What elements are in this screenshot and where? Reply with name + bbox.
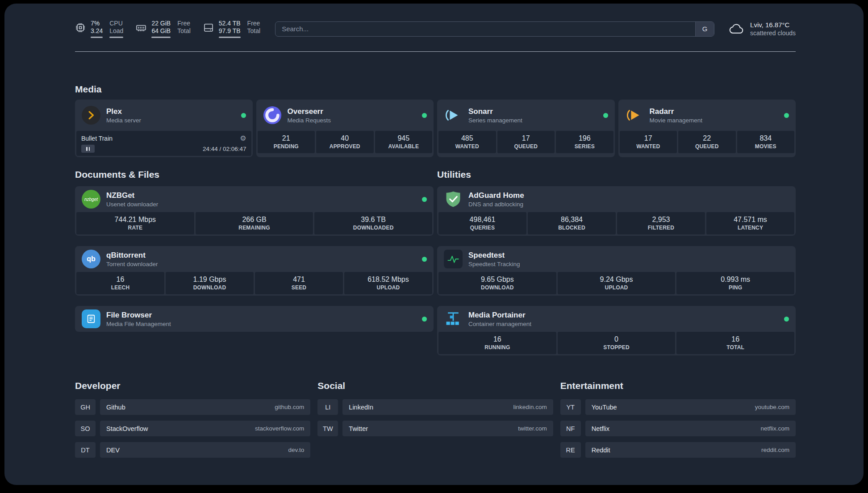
bookmark-github[interactable]: GH Github github.com [75,399,310,415]
stat-queued: 17 QUEUED [497,131,555,153]
disk-widget: 52.4 TB 97.9 TB Free Total [203,20,260,38]
gear-icon[interactable]: ⚙ [240,134,246,142]
section-title-media: Media [75,84,796,95]
status-dot [784,113,789,118]
bookmark-url: dev.to [288,447,305,453]
memory-free: 22 GiB [151,20,171,27]
service-subtitle: Speedtest Tracking [468,260,520,268]
stat-approved: 40 APPROVED [316,131,374,153]
service-subtitle: Movie management [650,117,703,124]
disk-values: 52.4 TB 97.9 TB [219,20,241,38]
bookmark-name: LinkedIn [349,404,373,411]
section-title-documents: Documents & Files [75,169,434,180]
disk-free: 52.4 TB [219,20,241,27]
stat-blocked: 86,384 BLOCKED [528,212,616,234]
bookmark-name: Twitter [349,425,368,432]
stat-ping: 0.993 ms PING [676,272,794,294]
cpu-labels: CPU Load [109,20,123,38]
service-subtitle: Torrent downloader [106,260,158,268]
service-card-nzbget[interactable]: nzbget NZBGet Usenet downloader 744.21 M… [75,186,434,236]
search-provider-button[interactable]: G [695,22,714,36]
qbittorrent-icon: qb [82,250,100,268]
service-card-filebrowser[interactable]: File Browser Media File Management [75,306,434,332]
bookmark-abbr[interactable]: LI [317,399,338,415]
bookmark-group-entertainment: Entertainment YT YouTube youtube.com NF … [560,380,796,458]
service-name: Speedtest [468,251,520,260]
memory-total: 64 GiB [151,27,171,35]
disk-usage-bar [219,37,241,38]
service-name: AdGuard Home [468,191,524,201]
status-dot [603,113,608,118]
memory-icon [136,22,146,33]
bookmark-stackoverflow[interactable]: SO StackOverflow stackoverflow.com [75,421,310,436]
bookmark-abbr[interactable]: YT [560,399,581,415]
plex-icon [82,106,100,125]
service-name: Radarr [650,107,703,117]
weather-condition: scattered clouds [750,29,796,38]
stat-pending: 21 PENDING [258,131,315,153]
service-card-overseerr[interactable]: Overseerr Media Requests 21 PENDING 40 A… [256,100,434,157]
bookmark-url: stackoverflow.com [255,425,304,432]
bookmark-linkedin[interactable]: LI LinkedIn linkedin.com [317,399,553,415]
bookmark-url: netflix.com [760,425,789,432]
bookmark-group-social: Social LI LinkedIn linkedin.com TW Twitt… [317,380,553,458]
stat-series: 196 SERIES [556,131,613,153]
stat-download: 1.19 Gbps DOWNLOAD [166,272,254,294]
service-name: Plex [106,107,141,117]
status-dot [422,113,427,118]
stat-total: 16 TOTAL [676,332,794,354]
stat-leech: 16 LEECH [76,272,164,294]
playback-time: 24:44 / 02:06:47 [203,146,246,152]
cpu-usage-bar [91,37,103,38]
bookmark-reddit[interactable]: RE Reddit reddit.com [560,442,796,458]
bookmark-url: reddit.com [761,447,789,453]
service-card-adguard[interactable]: AdGuard Home DNS and adblocking 498,461 … [437,186,796,236]
disk-icon [203,22,214,33]
bookmark-name: YouTube [592,404,617,411]
cpu-load-bar [109,37,123,38]
bookmark-abbr[interactable]: GH [75,399,96,415]
stat-available: 945 AVAILABLE [375,131,433,153]
stat-movies: 834 MOVIES [737,131,795,153]
plex-now-playing: Bullet Train ⚙ 24:44 / 02:06:47 [76,131,251,156]
pause-button[interactable] [81,145,95,153]
memory-usage-bar [151,37,171,38]
cpu-values: 7% 3.24 [91,20,103,38]
bookmark-abbr[interactable]: NF [560,421,581,436]
service-name: Media Portainer [468,310,531,320]
service-card-portainer[interactable]: Media Portainer Container management 16 … [437,306,796,355]
stat-rate: 744.21 Mbps RATE [76,212,194,234]
status-dot [784,317,789,322]
service-card-speedtest[interactable]: Speedtest Speedtest Tracking 9.65 Gbps D… [437,246,796,296]
bookmark-url: linkedin.com [513,404,547,410]
service-card-sonarr[interactable]: Sonarr Series management 485 WANTED 17 Q… [437,100,615,157]
service-card-plex[interactable]: Plex Media server Bullet Train ⚙ 24:44 /… [75,100,253,157]
bookmark-name: DEV [106,447,120,454]
service-subtitle: DNS and adblocking [468,201,524,208]
stat-wanted: 17 WANTED [620,131,677,153]
adguard-icon [444,190,463,209]
service-name: Overseerr [288,107,331,117]
bookmark-abbr[interactable]: SO [75,421,96,436]
bookmark-url: youtube.com [755,404,789,410]
utilities-column: Utilities AdGuard Home [437,169,796,355]
media-card-grid: Plex Media server Bullet Train ⚙ 24:44 /… [75,100,796,157]
cpu-load-value: 3.24 [91,27,103,35]
bookmark-abbr[interactable]: DT [75,442,96,458]
bookmark-dev[interactable]: DT DEV dev.to [75,442,310,458]
service-card-qbittorrent[interactable]: qb qBittorrent Torrent downloader 16 LEE… [75,246,434,296]
service-card-radarr[interactable]: Radarr Movie management 17 WANTED 22 QUE… [618,100,796,157]
bookmark-netflix[interactable]: NF Netflix netflix.com [560,421,796,436]
stat-filtered: 2,953 FILTERED [617,212,705,234]
section-title-social: Social [317,380,553,391]
bookmark-name: Github [106,404,125,411]
service-name: File Browser [106,310,171,320]
bookmark-twitter[interactable]: TW Twitter twitter.com [317,421,553,436]
topbar-divider [75,51,796,52]
bookmark-youtube[interactable]: YT YouTube youtube.com [560,399,796,415]
bookmark-abbr[interactable]: RE [560,442,581,458]
bookmark-abbr[interactable]: TW [317,421,338,436]
service-subtitle: Media server [106,117,141,124]
bookmark-name: StackOverflow [106,425,148,432]
search-input[interactable] [275,22,695,36]
